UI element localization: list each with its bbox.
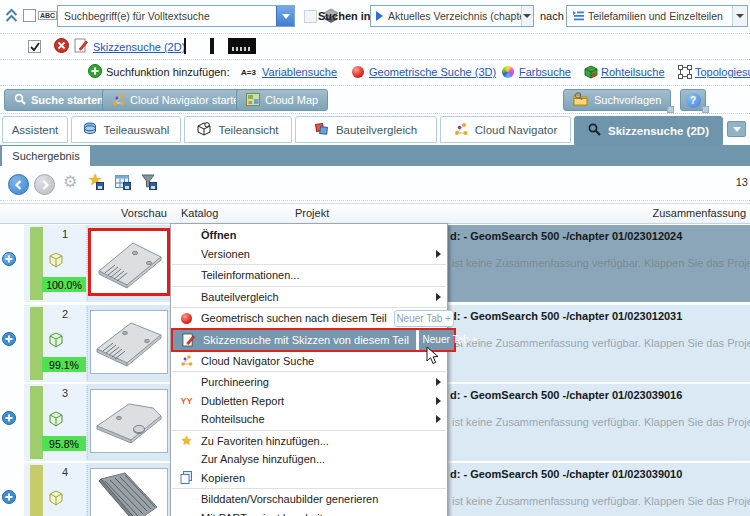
tab-suchergebnis[interactable]: Suchergebnis [2, 146, 90, 166]
templates-split-mark[interactable] [667, 106, 674, 113]
menu-item-teileinformationen[interactable]: Teileinformationen... [171, 266, 447, 285]
submenu-arrow-icon [436, 415, 441, 423]
submenu-arrow-icon [436, 293, 441, 301]
sketch-search-checkbox[interactable] [28, 40, 41, 53]
menu-item-skizzensuche[interactable]: Skizzensuche mit Skizzen von diesem Teil… [171, 328, 456, 352]
start-cloud-navigator-button[interactable]: Cloud Navigator starten [102, 89, 256, 111]
expand-row-icon[interactable] [2, 411, 16, 427]
tab-teileansicht[interactable]: Teileansicht [184, 116, 292, 143]
menu-item-bilddaten[interactable]: Bilddaten/Vorschaubilder generieren [171, 490, 447, 509]
save-disk-icon [96, 182, 104, 190]
forward-button[interactable] [34, 174, 55, 195]
start-search-button[interactable]: Suche starten [4, 89, 114, 111]
sketch-thumbnail[interactable] [228, 38, 256, 54]
mouse-cursor [426, 346, 440, 367]
tab-bauteilvergleich[interactable]: Bauteilvergleich [295, 116, 437, 143]
part-view-icon [197, 122, 211, 138]
stroke-bar-thick[interactable] [210, 38, 214, 54]
result-title[interactable]: d: - GeomSearch 500 -/chapter 01/0230120… [450, 310, 682, 322]
menu-item-mit-partproject[interactable]: Mit PARTproject bearbeiten [171, 509, 447, 516]
tab-cloud-navigator[interactable]: Cloud Navigator [440, 116, 571, 143]
menu-item-zur-analyse[interactable]: Zur Analyse hinzufügen... [171, 450, 447, 469]
arrow-left-icon [14, 180, 24, 190]
abc-checkbox[interactable] [23, 9, 36, 22]
part-preview[interactable] [90, 389, 168, 453]
new-tab-button[interactable]: Neuer Tab + [394, 310, 454, 327]
menu-item-geometrisch-suchen[interactable]: Geometrisch suchen nach diesem Teil Neue… [171, 309, 447, 328]
tab-teileauswahl[interactable]: Teileauswahl [71, 116, 181, 143]
part-preview[interactable] [90, 310, 168, 374]
help-split-mark[interactable] [702, 106, 709, 113]
search-templates-button[interactable]: Suchvorlagen [563, 89, 671, 111]
part-preview-selected[interactable] [88, 228, 170, 296]
remove-search-icon[interactable] [54, 38, 69, 55]
menu-item-cloud-navigator-suche[interactable]: Cloud Navigator Suche [171, 352, 447, 371]
cloud-map-button[interactable]: Cloud Map [236, 89, 328, 111]
menu-item-purchineering[interactable]: Purchineering [171, 373, 447, 392]
directory-dropdown-button[interactable] [521, 6, 533, 26]
result-title[interactable]: d: - GeomSearch 500 -/chapter 01/0230120… [450, 230, 682, 242]
edit-sketch-icon [182, 333, 195, 347]
geometrische-suche-link[interactable]: Geometrische Suche (3D) [369, 66, 496, 78]
settings-gear-icon[interactable]: ⚙ [63, 174, 77, 190]
fulltext-search-combobox[interactable]: Suchbegriff(e) für Volltextsuche [57, 5, 295, 27]
menu-separator [172, 430, 446, 431]
tab-assistent[interactable]: Assistent [2, 116, 68, 143]
edit-sketch-icon[interactable] [74, 38, 88, 55]
more-tabs-button[interactable] [727, 121, 746, 137]
play-icon [376, 11, 383, 21]
help-icon: ? [686, 93, 701, 108]
part-thumbnail [91, 231, 167, 293]
part-cube-icon [48, 490, 64, 508]
result-title[interactable]: d: - GeomSearch 500 -/chapter 01/0230390… [450, 468, 682, 480]
context-menu: Öffnen Versionen Teileinformationen... B… [170, 223, 448, 516]
save-table-button[interactable] [115, 175, 129, 190]
part-cube-icon [48, 411, 64, 429]
result-title[interactable]: d: - GeomSearch 500 -/chapter 01/0230390… [450, 389, 682, 401]
stroke-bar-thin[interactable] [184, 38, 186, 54]
column-header-katalog[interactable]: Katalog [181, 207, 218, 219]
menu-item-rohteilsuche[interactable]: Rohteilsuche [171, 410, 447, 429]
search-dropdown-button[interactable] [276, 6, 294, 26]
directory-dropdown[interactable]: Aktuelles Verzeichnis (chapter 01) [370, 5, 534, 27]
geometric-search-icon [352, 66, 364, 78]
variablensuche-link[interactable]: Variablensuche [262, 66, 337, 78]
part-thumbnail [91, 390, 167, 452]
results-strip: Suchergebnis [0, 145, 750, 166]
rohteilsuche-link[interactable]: Rohteilsuche [601, 66, 665, 78]
expand-row-icon[interactable] [2, 252, 16, 268]
save-filter-button[interactable] [141, 174, 155, 190]
disabled-checkbox [304, 10, 317, 23]
scope-dropdown[interactable]: Teilefamilien und Einzelteilen [566, 5, 748, 27]
menu-item-dubletten-report[interactable]: YY Dubletten Report [171, 392, 447, 411]
collapse-panel-icon[interactable] [5, 8, 18, 25]
menu-item-zu-favoriten[interactable]: ★ Zu Favoriten hinzufügen... [171, 432, 447, 451]
farbsuche-link[interactable]: Farbsuche [519, 66, 571, 78]
menu-item-kopieren[interactable]: Kopieren [171, 469, 447, 488]
menu-item-bauteilvergleich[interactable]: Bauteilvergleich [171, 288, 447, 307]
raw-part-search-icon [584, 65, 598, 81]
menu-item-oeffnen[interactable]: Öffnen [171, 226, 447, 245]
part-preview[interactable] [90, 468, 168, 516]
tab-skizzensuche-active[interactable]: Skizzensuche (2D) [574, 116, 723, 145]
match-percentage: 95.8% [42, 436, 86, 451]
topologiesuche-link[interactable]: Topologiesuche [695, 66, 750, 78]
scope-dropdown-button[interactable] [732, 6, 747, 26]
submenu-arrow-icon [436, 397, 441, 405]
menu-item-versionen[interactable]: Versionen [171, 245, 447, 264]
expand-row-icon[interactable] [2, 332, 16, 348]
save-favorite-button[interactable]: ★ [88, 173, 102, 187]
menu-separator [172, 264, 446, 265]
part-thumbnail [91, 311, 167, 373]
save-disk-icon [149, 182, 157, 190]
back-button[interactable] [8, 174, 29, 195]
column-header-projekt[interactable]: Projekt [295, 207, 329, 219]
column-header-vorschau[interactable]: Vorschau [118, 207, 170, 219]
match-gauge: 2 99.1% [24, 305, 86, 382]
column-header-zusammenfassung[interactable]: Zusammenfassung [652, 207, 746, 219]
sketch-search-link[interactable]: Skizzensuche (2D) [93, 41, 185, 53]
favorite-star-icon: ★ [181, 434, 193, 447]
row-number: 2 [44, 308, 86, 320]
match-percentage: 99.1% [42, 357, 86, 372]
expand-row-icon[interactable] [2, 490, 16, 506]
